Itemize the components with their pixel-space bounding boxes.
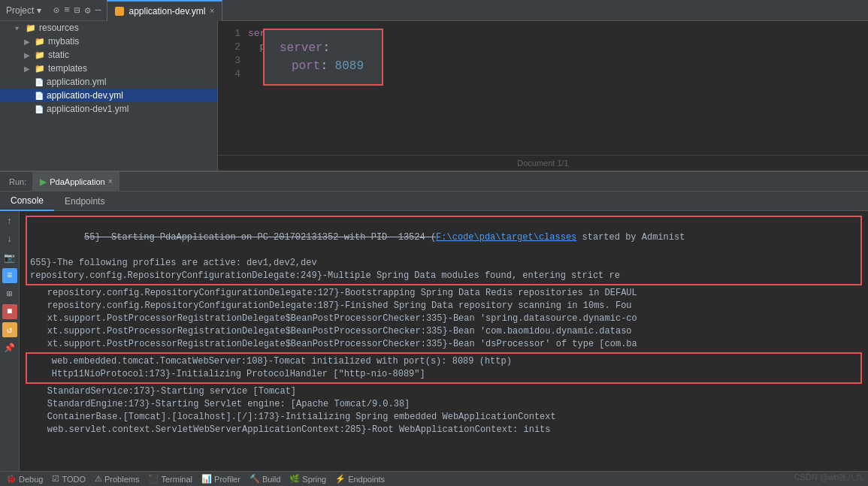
main-area: ▾ 📁 resources ▶ 📁 mybatis ▶ 📁 static ▶ 📁… [0,21,868,171]
sidebar-label-resources: resources [39,23,79,33]
chevron-right-icon: ▶ [24,38,32,46]
spacer [24,78,32,86]
line-num-4: 4 [218,68,248,81]
active-file-tab[interactable]: application-dev.yml × [107,0,222,21]
console-line-14: web.servlet.context.ServletWebServerAppl… [26,424,862,436]
project-sidebar: ▾ 📁 resources ▶ 📁 mybatis ▶ 📁 static ▶ 📁… [0,21,218,171]
settings-icon[interactable]: ⚙ [85,5,91,17]
run-tab-pda[interactable]: ▶ PdaApplication × [32,172,119,192]
tab-filename: application-dev.yml [129,6,205,17]
console-sidebar: ↑ ↓ 📷 ≡ ⊞ ■ ↺ 📌 [0,211,20,471]
chevron-right-icon: ▶ [24,51,32,59]
todo-label: TODO [62,475,86,484]
status-endpoints[interactable]: ⚡ Endpoints [335,474,385,484]
console-line-11: StandardService:173}-Starting service [T… [26,385,862,398]
sidebar-item-mybatis[interactable]: ▶ 📁 mybatis [0,35,217,48]
console-tab-label: Console [11,195,44,206]
console-line-6: xt.support.PostProcessorRegistrationDele… [26,312,862,325]
scroll-down-icon[interactable]: ↓ [2,232,17,247]
run-bar: Run: ▶ PdaApplication × [0,172,868,192]
scroll-up-icon[interactable]: ↑ [2,214,17,229]
tab-close-button[interactable]: × [210,7,214,15]
yaml-icon: 📄 [35,105,44,113]
popup-port-value: 8089 [335,59,364,73]
popup-colon: : [323,41,331,55]
sidebar-item-templates[interactable]: ▶ 📁 templates [0,62,217,75]
bottom-panel: Run: ▶ PdaApplication × Console Endpoint… [0,171,868,486]
collapse-icon[interactable]: ⊟ [74,5,80,17]
console-line-9: web.embedded.tomcat.TomcatWebServer:108}… [30,355,857,368]
suffix-1: started by Administ [576,232,685,243]
red-border-group-2: web.embedded.tomcat.TomcatWebServer:108}… [26,352,862,384]
list-icon[interactable]: ≡ [2,268,17,283]
profiler-icon: 📊 [201,474,212,484]
console-line-12: StandardEngine:173}-Starting Servlet eng… [26,398,862,411]
folder-icon: 📁 [26,23,36,33]
endpoints-tab-label: Endpoints [65,196,104,207]
status-problems[interactable]: ⚠ Problems [95,474,139,484]
sidebar-item-resources[interactable]: ▾ 📁 resources [0,21,217,35]
folder-icon: 📁 [35,37,45,47]
debug-label: Debug [19,475,43,484]
status-build[interactable]: 🔨 Build [250,474,280,484]
server-config-popup: server: port: 8089 [263,29,383,86]
doc-label: Document 1/1 [218,155,868,171]
sidebar-item-application-yml[interactable]: 📄 application.yml [0,75,217,89]
project-dropdown-icon[interactable]: ▾ [37,5,41,16]
spacer [24,92,32,100]
tab-console[interactable]: Console [0,192,54,211]
pin-icon[interactable]: 📌 [2,340,17,355]
sidebar-label-static: static [48,50,69,60]
endpoints-status-label: Endpoints [348,475,385,484]
popup-port-line: port: 8089 [292,57,367,75]
problems-label: Problems [104,475,139,484]
console-line-1: 55} Starting PdaApplication on PC-201702… [30,219,857,257]
status-bar: 🐞 Debug ☑ TODO ⚠ Problems ⬛ Terminal 📊 P… [0,471,868,486]
console-line-7: xt.support.PostProcessorRegistrationDele… [26,325,862,338]
status-spring[interactable]: 🌿 Spring [289,474,326,484]
sidebar-item-application-dev1-yml[interactable]: 📄 application-dev1.yml [0,102,217,116]
terminal-label: Terminal [161,475,192,484]
expand-icon[interactable]: ≡ [64,5,70,16]
project-label[interactable]: Project ▾ [0,5,47,16]
app-run-icon: ▶ [40,177,47,187]
console-line-2: 655}-The following profiles are active: … [30,257,857,270]
status-todo[interactable]: ☑ TODO [52,474,86,484]
console-output[interactable]: 55} Starting PdaApplication on PC-201702… [20,211,868,471]
rerun-icon[interactable]: ↺ [2,322,17,337]
status-debug[interactable]: 🐞 Debug [6,474,43,484]
editor-area: server: port: 8089 1 server: 2 port: 808… [218,21,868,171]
filter-icon[interactable]: ⊞ [2,286,17,301]
stop-icon[interactable]: ■ [2,304,17,319]
popup-server-line: server: [280,39,367,57]
sidebar-item-static[interactable]: ▶ 📁 static [0,48,217,62]
console-line-13: ContainerBase.[Tomcat].[localhost].[/]:1… [26,411,862,424]
camera-icon[interactable]: 📷 [2,250,17,265]
sidebar-item-application-dev-yml[interactable]: 📄 application-dev.yml [0,89,217,102]
run-label: Run: [3,177,32,186]
status-profiler[interactable]: 📊 Profiler [201,474,240,484]
tab-bar: application-dev.yml × [107,0,868,21]
tab-endpoints[interactable]: Endpoints [54,192,115,211]
link-classes[interactable]: F:\code\pda\target\classes [436,232,576,243]
locate-icon[interactable]: ⊙ [53,5,59,17]
editor-content[interactable]: server: port: 8089 1 server: 2 port: 808… [218,21,868,155]
line-num-2: 2 [218,41,248,54]
problems-icon: ⚠ [95,474,102,484]
endpoints-icon: ⚡ [335,474,346,484]
run-tab-close-icon[interactable]: × [108,177,113,186]
terminal-icon: ⬛ [148,474,159,484]
spring-icon: 🌿 [289,474,300,484]
red-border-group-1: 55} Starting PdaApplication on PC-201702… [26,216,862,285]
sidebar-label-application-dev-yml: application-dev.yml [47,90,123,101]
tool-tabs: Console Endpoints [0,192,868,211]
yaml-file-icon [115,7,124,16]
sidebar-label-templates: templates [48,63,87,74]
build-label: Build [262,475,280,484]
project-text: Project [6,5,34,16]
status-terminal[interactable]: ⬛ Terminal [148,474,192,484]
minus-icon[interactable]: — [95,5,101,16]
sidebar-label-mybatis: mybatis [48,36,79,47]
console-area: ↑ ↓ 📷 ≡ ⊞ ■ ↺ 📌 55} Starting PdaApplicat… [0,211,868,471]
run-tab-app-name: PdaApplication [50,177,104,186]
